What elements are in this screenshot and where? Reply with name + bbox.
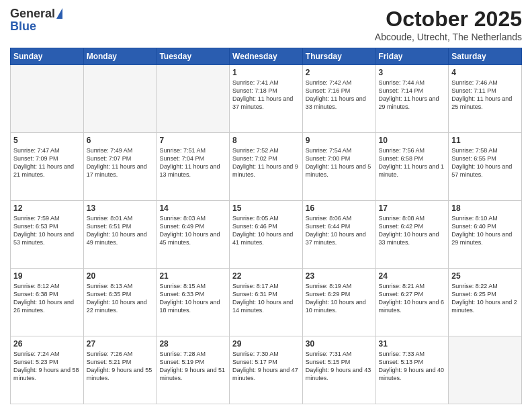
day-number: 24 [379,271,446,281]
cell-info: Sunrise: 7:58 AMSunset: 6:55 PMDaylight:… [451,147,512,178]
day-cell: 28Sunrise: 7:28 AMSunset: 5:19 PMDayligh… [157,336,230,404]
day-number: 8 [232,136,300,145]
day-cell: 16Sunrise: 8:06 AMSunset: 6:44 PMDayligh… [302,201,375,269]
day-cell: 9Sunrise: 7:54 AMSunset: 7:00 PMDaylight… [302,133,375,201]
header-day-tuesday: Tuesday [157,48,230,65]
cell-info: Sunrise: 7:56 AMSunset: 6:58 PMDaylight:… [379,147,445,178]
day-cell: 30Sunrise: 7:31 AMSunset: 5:15 PMDayligh… [302,336,375,404]
day-cell: 3Sunrise: 7:44 AMSunset: 7:14 PMDaylight… [375,65,449,133]
cell-info: Sunrise: 8:19 AMSunset: 6:29 PMDaylight:… [306,283,366,314]
week-row-2: 5Sunrise: 7:47 AMSunset: 7:09 PMDaylight… [11,133,522,201]
cell-info: Sunrise: 7:26 AMSunset: 5:21 PMDaylight:… [87,351,152,381]
day-cell: 6Sunrise: 7:49 AMSunset: 7:07 PMDaylight… [83,133,157,201]
header-day-friday: Friday [375,48,449,65]
day-number: 6 [87,136,154,145]
day-number: 29 [232,339,300,349]
cell-info: Sunrise: 8:17 AMSunset: 6:31 PMDaylight:… [232,283,293,314]
day-number: 18 [451,203,519,213]
cell-info: Sunrise: 7:41 AMSunset: 7:18 PMDaylight:… [232,79,293,110]
day-number: 19 [13,271,81,281]
day-number: 21 [159,271,226,281]
logo-blue-text: Blue [10,19,36,34]
cell-info: Sunrise: 7:59 AMSunset: 6:53 PMDaylight:… [13,215,74,246]
day-number: 10 [379,136,446,145]
day-cell: 12Sunrise: 7:59 AMSunset: 6:53 PMDayligh… [11,201,84,269]
day-cell: 8Sunrise: 7:52 AMSunset: 7:02 PMDaylight… [230,133,303,201]
day-cell: 13Sunrise: 8:01 AMSunset: 6:51 PMDayligh… [83,201,157,269]
day-cell: 20Sunrise: 8:13 AMSunset: 6:35 PMDayligh… [83,269,157,336]
day-number: 30 [306,339,373,349]
day-number: 1 [232,68,300,77]
cell-info: Sunrise: 7:52 AMSunset: 7:02 PMDaylight:… [232,147,298,178]
day-cell: 2Sunrise: 7:42 AMSunset: 7:16 PMDaylight… [302,65,375,133]
cell-info: Sunrise: 7:51 AMSunset: 7:04 PMDaylight:… [159,147,220,178]
day-cell: 26Sunrise: 7:24 AMSunset: 5:23 PMDayligh… [11,336,84,404]
day-number: 31 [379,339,446,349]
day-number: 9 [306,136,373,145]
day-number: 2 [306,68,373,77]
logo-general-text: General [10,7,55,21]
cell-info: Sunrise: 7:33 AMSunset: 5:13 PMDaylight:… [379,351,445,381]
day-cell: 27Sunrise: 7:26 AMSunset: 5:21 PMDayligh… [83,336,157,404]
cell-info: Sunrise: 8:10 AMSunset: 6:40 PMDaylight:… [451,215,512,246]
header: General Blue October 2025 Abcoude, Utrec… [10,7,522,42]
day-number: 13 [87,203,154,213]
cell-info: Sunrise: 8:06 AMSunset: 6:44 PMDaylight:… [306,215,366,246]
day-cell: 17Sunrise: 8:08 AMSunset: 6:42 PMDayligh… [375,201,449,269]
header-row: SundayMondayTuesdayWednesdayThursdayFrid… [11,48,522,65]
day-cell: 24Sunrise: 8:21 AMSunset: 6:27 PMDayligh… [375,269,449,336]
day-cell: 21Sunrise: 8:15 AMSunset: 6:33 PMDayligh… [157,269,230,336]
day-cell: 19Sunrise: 8:12 AMSunset: 6:38 PMDayligh… [11,269,84,336]
cell-info: Sunrise: 7:44 AMSunset: 7:14 PMDaylight:… [379,79,439,110]
day-cell: 14Sunrise: 8:03 AMSunset: 6:49 PMDayligh… [157,201,230,269]
cell-info: Sunrise: 8:05 AMSunset: 6:46 PMDaylight:… [232,215,293,246]
day-number: 25 [451,271,519,281]
day-cell [449,336,522,404]
day-cell: 15Sunrise: 8:05 AMSunset: 6:46 PMDayligh… [230,201,303,269]
week-row-4: 19Sunrise: 8:12 AMSunset: 6:38 PMDayligh… [11,269,522,336]
day-number: 28 [159,339,226,349]
day-number: 11 [451,136,519,145]
day-number: 16 [306,203,373,213]
cell-info: Sunrise: 8:13 AMSunset: 6:35 PMDaylight:… [87,283,147,314]
day-cell [11,65,84,133]
day-cell: 29Sunrise: 7:30 AMSunset: 5:17 PMDayligh… [230,336,303,404]
cell-info: Sunrise: 8:12 AMSunset: 6:38 PMDaylight:… [13,283,74,314]
cell-info: Sunrise: 8:01 AMSunset: 6:51 PMDaylight:… [87,215,147,246]
day-number: 23 [306,271,373,281]
cell-info: Sunrise: 8:21 AMSunset: 6:27 PMDaylight:… [379,283,445,314]
day-cell: 4Sunrise: 7:46 AMSunset: 7:11 PMDaylight… [449,65,522,133]
header-day-thursday: Thursday [302,48,375,65]
day-cell: 23Sunrise: 8:19 AMSunset: 6:29 PMDayligh… [302,269,375,336]
day-cell: 5Sunrise: 7:47 AMSunset: 7:09 PMDaylight… [11,133,84,201]
day-cell: 18Sunrise: 8:10 AMSunset: 6:40 PMDayligh… [449,201,522,269]
cell-info: Sunrise: 7:46 AMSunset: 7:11 PMDaylight:… [451,79,512,110]
cell-info: Sunrise: 8:22 AMSunset: 6:25 PMDaylight:… [451,283,517,314]
week-row-1: 1Sunrise: 7:41 AMSunset: 7:18 PMDaylight… [11,65,522,133]
cell-info: Sunrise: 7:24 AMSunset: 5:23 PMDaylight:… [13,351,79,381]
cell-info: Sunrise: 8:15 AMSunset: 6:33 PMDaylight:… [159,283,220,314]
page: General Blue October 2025 Abcoude, Utrec… [0,0,532,411]
header-day-monday: Monday [83,48,157,65]
day-cell: 22Sunrise: 8:17 AMSunset: 6:31 PMDayligh… [230,269,303,336]
cell-info: Sunrise: 7:54 AMSunset: 7:00 PMDaylight:… [306,147,371,178]
day-number: 5 [13,136,81,145]
day-cell: 1Sunrise: 7:41 AMSunset: 7:18 PMDaylight… [230,65,303,133]
day-number: 27 [87,339,154,349]
day-number: 17 [379,203,446,213]
day-cell [83,65,157,133]
day-number: 3 [379,68,446,77]
week-row-5: 26Sunrise: 7:24 AMSunset: 5:23 PMDayligh… [11,336,522,404]
cell-info: Sunrise: 7:30 AMSunset: 5:17 PMDaylight:… [232,351,298,381]
cell-info: Sunrise: 7:47 AMSunset: 7:09 PMDaylight:… [13,147,74,178]
day-number: 12 [13,203,81,213]
day-cell: 10Sunrise: 7:56 AMSunset: 6:58 PMDayligh… [375,133,449,201]
cell-info: Sunrise: 7:28 AMSunset: 5:19 PMDaylight:… [159,351,225,381]
day-cell [157,65,230,133]
day-number: 7 [159,136,226,145]
cell-info: Sunrise: 8:08 AMSunset: 6:42 PMDaylight:… [379,215,439,246]
day-number: 15 [232,203,300,213]
day-number: 22 [232,271,300,281]
day-number: 14 [159,203,226,213]
day-cell: 7Sunrise: 7:51 AMSunset: 7:04 PMDaylight… [157,133,230,201]
